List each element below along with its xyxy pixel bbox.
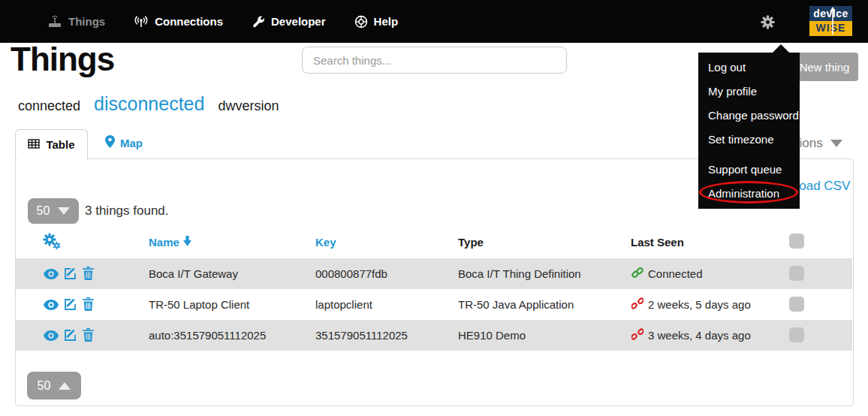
menu-item-set-timezone[interactable]: Set timezone xyxy=(698,128,800,152)
table-row xyxy=(16,258,852,289)
cell-name: auto:351579051112025 xyxy=(149,329,266,342)
tab-table[interactable]: Table xyxy=(15,129,88,159)
edit-icon[interactable] xyxy=(64,329,77,345)
chevron-up-icon xyxy=(59,382,71,390)
tab-map[interactable]: Map xyxy=(105,135,143,150)
column-header-type: Type xyxy=(458,236,484,249)
page-size-selector-bottom[interactable]: 50 xyxy=(27,372,81,399)
column-header-name-label: Name xyxy=(149,236,179,249)
cell-name: Boca I/T Gateway ↑ xyxy=(149,267,255,280)
cell-type: Boca I/T Thing Definition xyxy=(458,267,581,280)
cell-key: 351579051112025 xyxy=(315,329,408,342)
broken-link-icon xyxy=(631,297,643,312)
device-type-icon: ↑ xyxy=(243,268,255,279)
nav-item-label: Things xyxy=(68,15,105,28)
delete-icon[interactable] xyxy=(83,267,94,283)
eye-icon[interactable] xyxy=(44,269,59,282)
row-checkbox[interactable] xyxy=(789,266,804,281)
cell-last-seen: Connected xyxy=(631,267,703,281)
column-header-key-label: Key xyxy=(315,236,336,249)
things-icon xyxy=(47,15,62,28)
page-size-selector-top[interactable]: 50 xyxy=(28,198,79,224)
row-checkbox[interactable] xyxy=(789,297,804,312)
map-pin-icon xyxy=(105,135,115,150)
delete-icon[interactable] xyxy=(83,297,94,314)
tab-table-label: Table xyxy=(46,138,74,151)
connected-link-icon xyxy=(631,267,643,281)
filter-connected[interactable]: connected xyxy=(18,98,80,114)
new-thing-button[interactable]: New thing xyxy=(791,53,858,81)
nav-item-help[interactable]: Help xyxy=(354,15,399,29)
developer-wrench-icon xyxy=(252,15,265,29)
cell-type: HE910 Demo xyxy=(458,329,526,342)
settings-gear-icon[interactable] xyxy=(757,11,778,32)
column-header-name[interactable]: Name xyxy=(149,236,191,249)
nav-item-label: Developer xyxy=(271,15,326,28)
connections-icon xyxy=(134,15,149,28)
delete-icon[interactable] xyxy=(83,328,94,345)
menu-item-log-out[interactable]: Log out xyxy=(698,56,800,80)
devicewise-logo: device WISE xyxy=(809,6,852,36)
cell-name: TR-50 Laptop Client xyxy=(149,298,249,311)
nav-item-connections[interactable]: Connections xyxy=(134,15,223,28)
logo-arrow-icon xyxy=(809,6,852,39)
user-menu: Log out My profile Change password Set t… xyxy=(698,53,800,209)
menu-item-support-queue[interactable]: Support queue xyxy=(698,158,800,182)
help-lifebuoy-icon xyxy=(354,15,368,29)
filter-disconnected[interactable]: disconnected xyxy=(94,93,204,115)
menu-item-my-profile[interactable]: My profile xyxy=(698,80,800,104)
sort-desc-icon xyxy=(183,236,191,249)
cell-type: TR-50 Java Application xyxy=(458,298,574,311)
chevron-down-icon xyxy=(58,207,70,215)
tab-map-label: Map xyxy=(120,137,143,149)
result-count: 3 things found. xyxy=(85,203,169,219)
eye-icon[interactable] xyxy=(44,330,59,344)
menu-item-change-password[interactable]: Change password xyxy=(698,104,800,128)
chevron-down-icon xyxy=(830,140,842,147)
column-settings-gears-icon[interactable] xyxy=(43,233,61,252)
page-title: Things xyxy=(11,41,114,78)
search-input[interactable] xyxy=(302,47,567,74)
filter-dwversion[interactable]: dwversion xyxy=(218,98,279,114)
cell-key: laptopclient xyxy=(315,298,372,311)
edit-icon[interactable] xyxy=(64,267,77,283)
nav-item-label: Connections xyxy=(155,15,223,28)
select-all-checkbox[interactable] xyxy=(789,234,804,249)
row-checkbox[interactable] xyxy=(789,327,804,342)
column-header-last-seen: Last Seen xyxy=(631,236,684,249)
nav-item-things[interactable]: Things xyxy=(47,15,105,28)
page-size-value: 50 xyxy=(38,379,51,393)
menu-item-administration[interactable]: Administration xyxy=(698,182,800,206)
edit-icon[interactable] xyxy=(64,298,77,314)
top-navbar: Things Connections Develope xyxy=(0,0,868,43)
eye-icon[interactable] xyxy=(44,300,59,313)
column-header-key[interactable]: Key xyxy=(315,236,336,249)
thing-filters: connected disconnected dwversion xyxy=(18,93,279,115)
nav-item-label: Help xyxy=(374,15,399,28)
cell-last-seen: 2 weeks, 5 days ago xyxy=(631,297,751,312)
cell-last-seen: 3 weeks, 4 days ago xyxy=(631,328,751,342)
table-icon xyxy=(28,138,40,151)
nav-item-developer[interactable]: Developer xyxy=(252,15,326,29)
cell-key: 000800877fdb xyxy=(315,267,387,280)
broken-link-icon xyxy=(631,328,643,342)
things-page: Things Connections Develope xyxy=(0,0,868,416)
page-size-value: 50 xyxy=(37,204,50,218)
